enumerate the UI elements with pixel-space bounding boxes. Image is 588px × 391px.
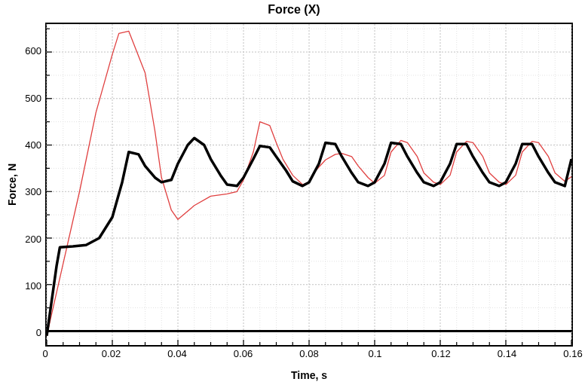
x-tick-label: 0.02 bbox=[102, 348, 121, 359]
y-axis-label: Force, N bbox=[6, 23, 21, 347]
x-tick-label: 0.1 bbox=[368, 348, 381, 359]
x-tick-label: 0.04 bbox=[167, 348, 186, 359]
y-tick-label: 100 bbox=[25, 280, 41, 291]
x-tick-label: 0.08 bbox=[299, 348, 318, 359]
x-axis-label: Time, s bbox=[45, 369, 573, 381]
series-1 bbox=[47, 138, 571, 335]
x-tick-label: 0.16 bbox=[563, 348, 582, 359]
y-tick-label: 500 bbox=[25, 92, 41, 103]
y-tick-label: 300 bbox=[25, 186, 41, 197]
x-tick-label: 0 bbox=[42, 348, 47, 359]
x-tick-label: 0.06 bbox=[234, 348, 253, 359]
y-tick-label: 200 bbox=[25, 233, 41, 244]
y-tick-label: 400 bbox=[25, 139, 41, 151]
x-tick-label: 0.12 bbox=[431, 348, 450, 359]
x-tick-label: 0.14 bbox=[498, 348, 516, 359]
chart-container: Force (X) 00.020.040.060.080.10.120.140.… bbox=[0, 0, 588, 391]
chart-title: Force (X) bbox=[0, 3, 588, 17]
plot-area bbox=[45, 23, 573, 347]
plot-svg bbox=[47, 24, 571, 345]
y-tick-label: 0 bbox=[36, 327, 41, 338]
x-tick-labels: 00.020.040.060.080.10.120.140.16 bbox=[45, 348, 573, 363]
y-tick-label: 600 bbox=[25, 45, 41, 57]
